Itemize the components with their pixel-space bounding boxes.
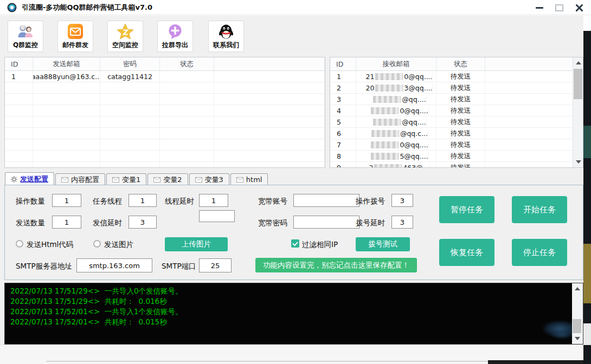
radio-label: 发送Html代码 <box>27 240 73 250</box>
tab-variable-3[interactable]: 变量3 <box>189 173 229 185</box>
censored-email-block <box>371 107 399 114</box>
col-header: ID <box>330 57 356 70</box>
scroll-up-icon[interactable] <box>576 61 581 64</box>
broadband-password-input[interactable] <box>293 216 359 229</box>
col-header: 发送邮箱 <box>33 57 100 70</box>
tab-html[interactable]: html <box>230 173 268 185</box>
cell-password: catagg11412 <box>100 71 160 82</box>
table-row[interactable]: 7 0@qq.... 待发送 <box>330 139 573 151</box>
scrollbar-thumb[interactable] <box>573 319 581 333</box>
broadband-account-input[interactable] <box>293 194 359 207</box>
start-task-button[interactable]: 开始任务 <box>512 196 567 223</box>
toolbar-label: 邮件群发 <box>62 41 88 50</box>
upload-image-button[interactable]: 上传图片 <box>165 237 228 251</box>
envelope-icon <box>236 177 243 183</box>
table-row[interactable]: 2 203@qq.... 待发送 <box>330 82 573 94</box>
censored-email-block <box>374 164 402 168</box>
col-header: 状态 <box>436 57 485 70</box>
cell-id: 9 <box>330 162 356 168</box>
cell-id: 1 <box>330 71 356 82</box>
table-row[interactable]: 4 0@qq.... 待发送 <box>330 105 573 116</box>
table-row-empty <box>5 82 325 94</box>
scroll-down-icon[interactable] <box>575 337 580 340</box>
window-controls <box>536 0 583 15</box>
cell-status: 待发送 <box>436 116 485 127</box>
table-row[interactable]: 3 @qq.... 待发送 <box>330 94 573 105</box>
censored-email-block <box>371 153 399 160</box>
toolbar-label: 拉群导出 <box>162 41 188 50</box>
op-count-input[interactable] <box>52 194 81 207</box>
maximize-button[interactable] <box>555 4 563 11</box>
recipient-table: ID 接收邮箱 状态 1 210@qq.... 待发送 2 203@qq....… <box>330 57 583 168</box>
gear-icon <box>11 176 17 183</box>
smtp-server-input[interactable] <box>76 258 152 272</box>
cell-recv-email: @qq.... <box>356 116 436 127</box>
title-bar: 引流圈-多功能QQ群邮件营销工具箱v7.0 <box>0 0 591 15</box>
col-header: 密码 <box>100 57 160 70</box>
close-button[interactable] <box>575 4 583 12</box>
field-label: SMTP端口 <box>162 262 196 271</box>
log-line: 2022/07/13 17/51/29<> 共耗时： 0.016秒 <box>10 296 583 307</box>
save-config-button[interactable]: 功能内容设置完，别忘记点击这里保存配置！ <box>255 258 417 272</box>
table-row[interactable]: 1 aaa888yun@163.c... catagg11412 <box>5 71 325 82</box>
minimize-button[interactable] <box>536 7 543 9</box>
resume-task-button[interactable]: 恢复任务 <box>439 239 494 266</box>
tab-send-config[interactable]: 发送配置 <box>5 172 54 185</box>
tab-content-config[interactable]: 内容配置 <box>55 173 105 185</box>
log-scrollbar[interactable] <box>572 283 583 344</box>
cell-status: 待发送 <box>436 82 485 93</box>
table-row[interactable]: 5 @qq.... 待发送 <box>330 116 573 128</box>
cell-id: 1 <box>5 71 33 82</box>
scrollbar-thumb[interactable] <box>574 69 582 99</box>
task-threads-input[interactable] <box>129 194 157 207</box>
send-delay-input[interactable] <box>129 216 157 229</box>
cell-recv-email: @qq.... <box>356 94 436 105</box>
tab-label: 内容配置 <box>71 175 99 185</box>
table-row-empty <box>5 151 325 162</box>
table-row[interactable]: 9 2463@... 待发送 <box>330 162 573 168</box>
table-row[interactable]: 8 5@qq.... 待发送 <box>330 151 573 162</box>
cell-id: 2 <box>330 82 356 93</box>
config-tabs: 发送配置 内容配置 变量1 变量2 变量3 html <box>5 172 269 185</box>
dial-test-button[interactable]: 拨号测试 <box>356 237 410 251</box>
thread-delay-input[interactable] <box>199 194 228 207</box>
radio-label: 发送图片 <box>104 240 133 250</box>
bubble-plus-icon <box>167 22 183 41</box>
app-logo-icon <box>7 3 17 12</box>
toolbar-qq-group-monitor-button[interactable]: Q群监控 <box>8 21 43 52</box>
cell-id: 5 <box>330 116 356 127</box>
unlabeled-input[interactable] <box>199 210 235 222</box>
table-row[interactable]: 6 @qq.c... 待发送 <box>330 128 573 139</box>
toolbar-contact-us-button[interactable]: 联系我们 <box>208 21 244 52</box>
log-lines: 2022/07/13 17/51/29<> 一共导入0个发信账号。 2022/0… <box>5 283 583 327</box>
cell-recv-email: 0@qq.... <box>356 139 436 150</box>
send-html-radio[interactable] <box>16 240 23 248</box>
qq-penguin-icon <box>218 22 234 41</box>
tab-variable-2[interactable]: 变量2 <box>147 173 188 185</box>
scroll-down-icon[interactable] <box>576 160 581 164</box>
pause-task-button[interactable]: 暂停任务 <box>439 196 494 223</box>
toolbar-qzone-monitor-button[interactable]: 空间监控 <box>107 21 143 52</box>
envelope-icon <box>61 177 68 183</box>
cell-status: 待发送 <box>436 94 485 105</box>
send-count-input[interactable] <box>52 216 81 229</box>
stop-task-button[interactable]: 停止任务 <box>512 239 567 266</box>
recipient-table-scrollbar[interactable] <box>573 57 583 167</box>
table-row-empty <box>5 128 325 139</box>
toolbar-label: 空间监控 <box>112 41 138 50</box>
toolbar-group-export-button[interactable]: 拉群导出 <box>157 21 193 52</box>
toolbar-mail-mass-send-button[interactable]: 邮件群发 <box>57 21 93 52</box>
log-line: 2022/07/13 17/51/29<> 一共导入0个发信账号。 <box>10 286 583 296</box>
tab-variable-1[interactable]: 变量1 <box>106 173 146 185</box>
smtp-port-input[interactable] <box>199 258 232 272</box>
scroll-up-icon[interactable] <box>575 287 580 290</box>
tab-label: 发送配置 <box>20 174 48 184</box>
op-dial-input[interactable] <box>391 194 413 207</box>
log-output[interactable]: 2022/07/13 17/51/29<> 一共导入0个发信账号。 2022/0… <box>4 283 583 344</box>
table-row[interactable]: 1 210@qq.... 待发送 <box>330 71 573 82</box>
dial-delay-input[interactable] <box>391 216 413 229</box>
filter-same-ip-checkbox[interactable] <box>291 239 299 248</box>
window-body: Q群监控 邮件群发 空间监控 <box>0 16 583 344</box>
send-image-radio[interactable] <box>93 240 101 248</box>
cell-id: 6 <box>330 128 356 139</box>
